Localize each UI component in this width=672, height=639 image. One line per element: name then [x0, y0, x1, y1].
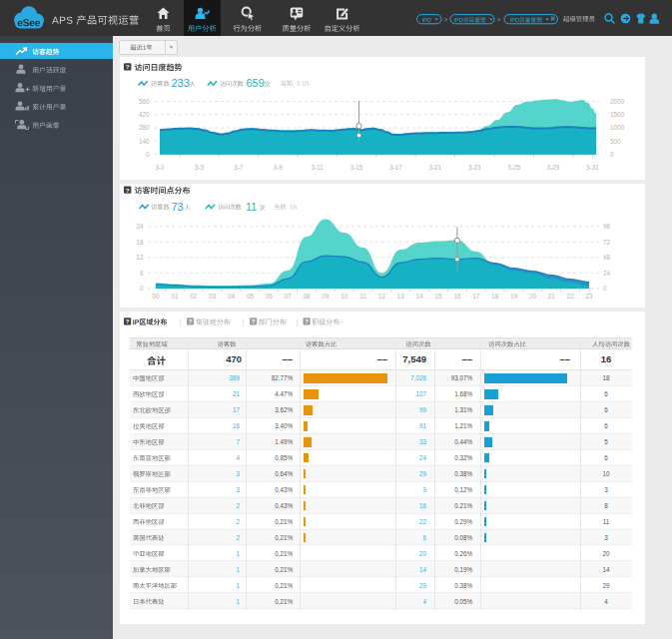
svg-text:420: 420 — [139, 111, 150, 118]
svg-text:?: ? — [126, 63, 130, 70]
svg-text:15: 15 — [435, 293, 443, 300]
svg-text:3-7: 3-7 — [234, 164, 244, 171]
svg-text:?: ? — [126, 187, 130, 194]
svg-text:09: 09 — [322, 293, 330, 300]
svg-text:1500: 1500 — [610, 111, 625, 118]
svg-text:22: 22 — [567, 293, 575, 300]
svg-text:24: 24 — [603, 270, 611, 277]
svg-text:3-15: 3-15 — [350, 164, 363, 171]
svg-text:16: 16 — [453, 293, 461, 300]
svg-text:04: 04 — [228, 293, 236, 300]
svg-text:?: ? — [305, 319, 309, 324]
svg-text:>: > — [497, 16, 501, 23]
svg-text:3-3: 3-3 — [195, 164, 205, 171]
svg-text:3-31: 3-31 — [586, 164, 599, 171]
svg-text:0: 0 — [140, 285, 144, 292]
svg-text:12: 12 — [136, 254, 144, 261]
svg-text:3-29: 3-29 — [547, 164, 560, 171]
svg-text:02: 02 — [190, 293, 198, 300]
svg-text:08: 08 — [303, 293, 311, 300]
svg-text:|: | — [297, 319, 299, 326]
svg-text:1000: 1000 — [610, 124, 625, 131]
svg-text:?: ? — [189, 319, 193, 324]
svg-text:0: 0 — [146, 151, 150, 158]
svg-text:>: > — [444, 16, 448, 23]
svg-text:20: 20 — [529, 293, 537, 300]
svg-text:11: 11 — [246, 201, 257, 213]
svg-text:17: 17 — [472, 293, 480, 300]
svg-text:11: 11 — [359, 293, 366, 300]
svg-text:24: 24 — [136, 223, 144, 230]
svg-text:140: 140 — [139, 138, 150, 145]
svg-text:07: 07 — [285, 293, 293, 300]
svg-text:233: 233 — [172, 77, 190, 89]
svg-text:3-11: 3-11 — [312, 164, 325, 171]
svg-text:23: 23 — [585, 293, 593, 300]
svg-text:|: | — [243, 319, 245, 326]
svg-text:12: 12 — [378, 293, 386, 300]
svg-text:280: 280 — [139, 124, 150, 131]
svg-text:48: 48 — [603, 254, 611, 261]
svg-text:3-21: 3-21 — [428, 164, 441, 171]
svg-text:14: 14 — [416, 293, 424, 300]
svg-text:?: ? — [126, 319, 130, 324]
svg-text:00: 00 — [152, 293, 160, 300]
svg-text:72: 72 — [603, 239, 611, 246]
svg-text:659: 659 — [247, 77, 265, 89]
svg-text:0: 0 — [610, 151, 614, 158]
svg-text:13: 13 — [397, 293, 405, 300]
svg-text:10: 10 — [340, 293, 348, 300]
svg-text:3-1: 3-1 — [155, 164, 165, 171]
svg-text:3-23: 3-23 — [468, 164, 481, 171]
svg-text:500: 500 — [610, 138, 621, 145]
svg-text:3-17: 3-17 — [389, 164, 402, 171]
svg-text:96: 96 — [603, 223, 611, 230]
svg-text:0: 0 — [603, 285, 607, 292]
svg-text:3-25: 3-25 — [507, 164, 520, 171]
svg-text:21: 21 — [548, 293, 556, 300]
svg-text:01: 01 — [171, 293, 179, 300]
svg-text:560: 560 — [139, 98, 150, 105]
svg-text:?: ? — [252, 319, 256, 324]
svg-text:06: 06 — [266, 293, 274, 300]
svg-text:|: | — [180, 319, 182, 326]
svg-text:2000: 2000 — [610, 98, 625, 105]
svg-text:18: 18 — [136, 239, 144, 246]
svg-text:3-9: 3-9 — [274, 164, 284, 171]
svg-text:05: 05 — [247, 293, 255, 300]
svg-text:03: 03 — [209, 293, 217, 300]
svg-text:18: 18 — [491, 293, 499, 300]
svg-text:19: 19 — [510, 293, 518, 300]
svg-text:6: 6 — [140, 270, 144, 277]
svg-text:73: 73 — [172, 201, 184, 213]
